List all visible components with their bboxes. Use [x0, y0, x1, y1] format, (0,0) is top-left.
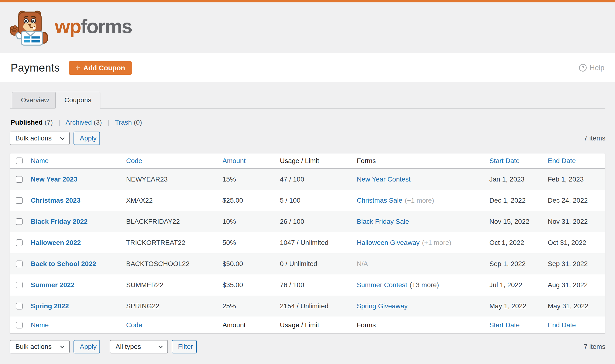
bulk-actions-value: Bulk actions: [15, 134, 52, 142]
tab-bar: Overview Coupons: [10, 92, 605, 108]
end-date: May 31, 2022: [542, 296, 605, 317]
coupon-amount: 10%: [217, 211, 275, 232]
help-link[interactable]: Help: [579, 53, 604, 82]
coupon-usage: 0 / Unlimited: [275, 253, 351, 274]
row-checkbox[interactable]: [16, 239, 23, 246]
filter-button[interactable]: Filter: [172, 340, 197, 353]
coupon-name-link[interactable]: Spring 2022: [31, 302, 69, 310]
coupon-amount: $35.00: [217, 274, 275, 296]
footer-forms: Forms: [351, 317, 484, 333]
coupon-amount: 25%: [217, 296, 275, 317]
coupon-usage: 26 / 100: [275, 211, 351, 232]
table-row: Back to School 2022 BACKTOSCHOOL22 $50.0…: [10, 253, 605, 274]
chevron-down-icon: [60, 135, 64, 140]
type-filter-select[interactable]: All types: [110, 340, 168, 353]
help-label: Help: [589, 64, 604, 72]
forms-more-link[interactable]: (+3 more): [410, 281, 439, 289]
help-question-icon: [579, 64, 587, 72]
bulk-actions-select[interactable]: Bulk actions: [10, 131, 70, 145]
coupon-code: XMAX22: [121, 190, 217, 211]
form-link[interactable]: Halloween Giveaway: [357, 239, 419, 246]
table-header-row: Name Code Amount Usage / Limit Forms Sta…: [10, 154, 605, 169]
coupon-amount: 15%: [217, 169, 275, 190]
footer-usage-limit: Usage / Limit: [275, 317, 351, 333]
table-row: Summer 2022 SUMMER22 $35.00 76 / 100 Sum…: [10, 274, 605, 296]
sort-end-date[interactable]: End Date: [548, 157, 576, 165]
form-link[interactable]: Spring Giveaway: [357, 302, 408, 310]
forms-extra-count: (+1 more): [405, 197, 434, 204]
coupon-name-link[interactable]: Black Friday 2022: [31, 218, 88, 225]
apply-button[interactable]: Apply: [74, 131, 100, 145]
tab-coupons[interactable]: Coupons: [55, 92, 100, 108]
sort-name[interactable]: Name: [31, 321, 49, 329]
coupon-name-link[interactable]: Back to School 2022: [31, 260, 96, 267]
form-link[interactable]: Christmas Sale: [357, 197, 402, 204]
wpforms-wordmark: wpforms: [55, 15, 132, 38]
view-published[interactable]: Published: [11, 119, 43, 126]
view-archived[interactable]: Archived: [66, 119, 92, 126]
row-checkbox[interactable]: [16, 176, 23, 183]
add-coupon-label: Add Coupon: [83, 64, 125, 72]
end-date: Nov 31, 2022: [542, 211, 605, 232]
coupon-name-link[interactable]: Summer 2022: [31, 281, 74, 289]
coupon-code: TRICKORTREAT22: [121, 232, 217, 253]
table-row: New Year 2023 NEWYEAR23 15% 47 / 100 New…: [10, 169, 605, 190]
add-coupon-button[interactable]: + Add Coupon: [69, 61, 132, 75]
sort-start-date[interactable]: Start Date: [489, 157, 520, 165]
table-row: Christmas 2023 XMAX22 $25.00 5 / 100 Chr…: [10, 190, 605, 211]
coupon-usage: 47 / 100: [275, 169, 351, 190]
select-all-checkbox[interactable]: [16, 157, 23, 164]
coupon-code: SUMMER22: [121, 274, 217, 296]
start-date: May 1, 2022: [484, 296, 542, 317]
view-trash[interactable]: Trash: [115, 119, 132, 126]
start-date: Dec 1, 2022: [484, 190, 542, 211]
select-all-checkbox[interactable]: [16, 322, 23, 328]
row-checkbox[interactable]: [16, 218, 23, 225]
row-checkbox[interactable]: [16, 260, 23, 267]
coupon-code: SPRING22: [121, 296, 217, 317]
plus-icon: +: [75, 63, 80, 72]
coupon-amount: 50%: [217, 232, 275, 253]
coupon-name-link[interactable]: Christmas 2023: [31, 197, 80, 204]
table-row: Spring 2022 SPRING22 25% 2154 / Unlimite…: [10, 296, 605, 317]
apply-button[interactable]: Apply: [74, 340, 100, 353]
coupon-code: NEWYEAR23: [121, 169, 217, 190]
view-filter-links: Published (7) | Archived (3) | Trash (0): [11, 119, 142, 126]
view-trash-count: (0): [134, 119, 142, 126]
table-row: Halloween 2022 TRICKORTREAT22 50% 1047 /…: [10, 232, 605, 253]
end-date: Oct 31, 2022: [542, 232, 605, 253]
header-forms: Forms: [351, 154, 484, 169]
sort-start-date[interactable]: Start Date: [489, 321, 520, 329]
bulk-actions-value: Bulk actions: [15, 343, 52, 351]
items-count: 7 items: [584, 131, 605, 145]
view-published-count: (7): [45, 119, 53, 126]
start-date: Nov 15, 2022: [484, 211, 542, 232]
row-checkbox[interactable]: [16, 282, 23, 288]
chevron-down-icon: [158, 344, 163, 348]
sort-name[interactable]: Name: [31, 157, 49, 165]
sort-end-date[interactable]: End Date: [548, 321, 576, 329]
coupon-usage: 5 / 100: [275, 190, 351, 211]
row-checkbox[interactable]: [16, 197, 23, 204]
tab-overview[interactable]: Overview: [12, 92, 58, 108]
row-checkbox[interactable]: [16, 303, 23, 310]
sort-amount[interactable]: Amount: [222, 157, 246, 165]
start-date: Jul 1, 2022: [484, 274, 542, 296]
start-date: Jan 1, 2023: [484, 169, 542, 190]
form-link[interactable]: Black Friday Sale: [357, 218, 409, 225]
chevron-down-icon: [60, 344, 64, 348]
type-filter-value: All types: [116, 343, 141, 351]
coupon-code: BACKTOSCHOOL22: [121, 253, 217, 274]
view-archived-count: (3): [94, 119, 102, 126]
bulk-actions-select[interactable]: Bulk actions: [10, 340, 70, 353]
form-link[interactable]: Summer Contest: [357, 281, 407, 289]
wordmark-wp: wp: [55, 15, 81, 37]
coupon-name-link[interactable]: Halloween 2022: [31, 239, 81, 246]
coupons-table: Name Code Amount Usage / Limit Forms Sta…: [10, 153, 605, 334]
separator: |: [59, 119, 60, 126]
coupon-name-link[interactable]: New Year 2023: [31, 176, 77, 183]
coupon-usage: 76 / 100: [275, 274, 351, 296]
sort-code[interactable]: Code: [126, 157, 142, 165]
form-link[interactable]: New Year Contest: [357, 176, 411, 183]
sort-code[interactable]: Code: [126, 321, 142, 329]
